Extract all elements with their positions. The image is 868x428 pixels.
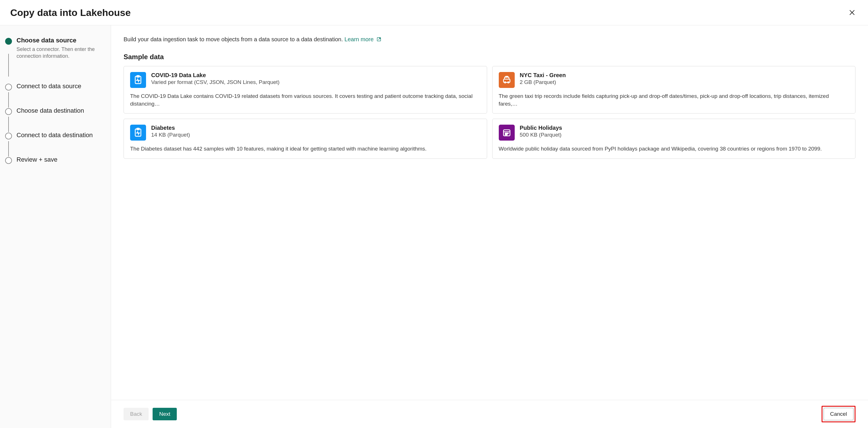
card-desc: The Diabetes dataset has 442 samples wit… (130, 145, 480, 153)
svg-point-15 (507, 133, 508, 134)
card-head: COVID-19 Data Lake Varied per format (CS… (130, 72, 480, 88)
dialog-footer: Back Next Cancel (111, 400, 868, 428)
card-nyc-taxi-green[interactable]: NYC Taxi - Green 2 GB (Parquet) The gree… (492, 66, 856, 113)
card-title: NYC Taxi - Green (520, 72, 566, 78)
next-button[interactable]: Next (153, 408, 177, 420)
card-title: Public Holidays (520, 125, 562, 131)
card-head: Public Holidays 500 KB (Parquet) (499, 125, 849, 140)
card-public-holidays[interactable]: Public Holidays 500 KB (Parquet) Worldwi… (492, 119, 856, 159)
taxi-icon (499, 72, 515, 88)
wizard-sidebar: Choose data source Select a connector. T… (0, 25, 111, 428)
dialog-title: Copy data into Lakehouse (10, 7, 131, 18)
learn-more-label: Learn more (344, 36, 373, 42)
card-sub: Varied per format (CSV, JSON, JSON Lines… (151, 79, 280, 86)
step-choose-data-source[interactable]: Choose data source Select a connector. T… (5, 37, 104, 60)
clipboard-pulse-icon (130, 72, 146, 88)
step-marker-icon (5, 84, 12, 91)
close-button[interactable] (846, 7, 858, 18)
main-content: Build your data ingestion task to move o… (111, 25, 868, 400)
step-choose-data-destination[interactable]: Choose data destination (5, 107, 104, 114)
sample-data-grid: COVID-19 Data Lake Varied per format (CS… (124, 66, 856, 159)
dialog-body: Choose data source Select a connector. T… (0, 25, 868, 428)
step-marker-icon (5, 133, 12, 139)
step-title: Connect to data destination (17, 131, 104, 139)
step-desc: Select a connector. Then enter the conne… (17, 46, 104, 60)
card-desc: Worldwide public holiday data sourced fr… (499, 145, 849, 153)
learn-more-link[interactable]: Learn more (344, 36, 381, 42)
step-title: Connect to data source (17, 83, 104, 90)
svg-point-17 (506, 134, 507, 135)
svg-point-16 (505, 134, 506, 135)
step-marker-active-icon (5, 38, 12, 45)
card-sub: 2 GB (Parquet) (520, 79, 566, 86)
external-link-icon (376, 37, 381, 42)
card-desc: The COVID-19 Data Lake contains COVID-19… (130, 93, 480, 107)
clipboard-pulse-icon (130, 125, 146, 140)
step-connector (8, 92, 9, 107)
cancel-highlight-annotation: Cancel (822, 406, 856, 422)
cancel-button[interactable]: Cancel (824, 408, 854, 420)
card-sub: 500 KB (Parquet) (520, 132, 562, 138)
copy-data-dialog: Copy data into Lakehouse Choose data sou… (0, 0, 868, 428)
card-head: NYC Taxi - Green 2 GB (Parquet) (499, 72, 849, 88)
step-title: Review + save (17, 156, 104, 163)
close-icon (849, 9, 856, 16)
card-text: NYC Taxi - Green 2 GB (Parquet) (520, 72, 566, 86)
back-button: Back (124, 408, 149, 420)
card-head: Diabetes 14 KB (Parquet) (130, 125, 480, 140)
step-review-save[interactable]: Review + save (5, 156, 104, 163)
step-marker-icon (5, 108, 12, 115)
svg-point-14 (506, 133, 507, 134)
step-connect-to-data-source[interactable]: Connect to data source (5, 83, 104, 90)
dialog-header: Copy data into Lakehouse (0, 0, 868, 25)
card-covid-19-data-lake[interactable]: COVID-19 Data Lake Varied per format (CS… (124, 66, 487, 113)
card-text: Diabetes 14 KB (Parquet) (151, 125, 190, 138)
step-connector (8, 141, 9, 157)
card-diabetes[interactable]: Diabetes 14 KB (Parquet) The Diabetes da… (124, 119, 487, 159)
svg-point-7 (507, 82, 509, 83)
step-title: Choose data source (17, 37, 104, 44)
step-title: Choose data destination (17, 107, 104, 114)
svg-point-6 (504, 82, 505, 83)
intro-text: Build your data ingestion task to move o… (124, 36, 856, 43)
card-text: COVID-19 Data Lake Varied per format (CS… (151, 72, 280, 86)
calendar-icon (499, 125, 515, 140)
card-desc: The green taxi trip records include fiel… (499, 93, 849, 107)
step-list: Choose data source Select a connector. T… (5, 37, 104, 163)
card-title: Diabetes (151, 125, 190, 131)
main-panel: Build your data ingestion task to move o… (111, 25, 868, 428)
step-connect-to-data-destination[interactable]: Connect to data destination (5, 131, 104, 139)
card-title: COVID-19 Data Lake (151, 72, 280, 78)
intro-body: Build your data ingestion task to move o… (124, 36, 344, 42)
svg-point-13 (505, 133, 506, 134)
step-marker-icon (5, 157, 12, 164)
step-connector (8, 54, 9, 76)
step-connector (8, 117, 9, 132)
card-text: Public Holidays 500 KB (Parquet) (520, 125, 562, 138)
card-sub: 14 KB (Parquet) (151, 132, 190, 138)
svg-rect-8 (505, 76, 508, 77)
section-title-sample-data: Sample data (124, 53, 856, 61)
